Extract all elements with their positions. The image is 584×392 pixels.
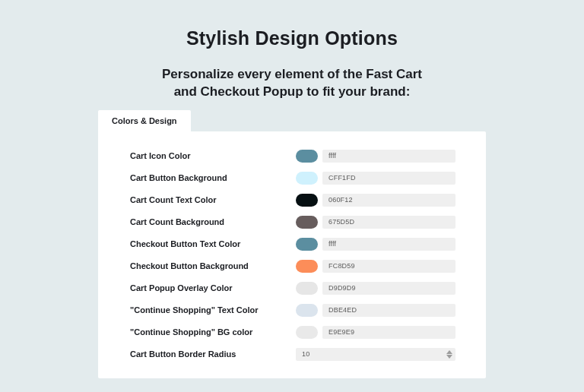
setting-label: Checkout Button Background [130,261,296,270]
setting-label: Cart Icon Color [130,151,296,160]
page-subtitle: Personalize every element of the Fast Ca… [162,66,422,101]
color-swatch[interactable] [296,304,318,317]
setting-label: Cart Count Background [130,217,296,226]
tab-colors-design[interactable]: Colors & Design [98,110,191,131]
setting-label: Cart Button Background [130,173,296,182]
setting-row: Cart Count Text Color 060F12 [130,194,471,207]
setting-row: Cart Icon Color ffff [130,150,471,163]
subtitle-line-1: Personalize every element of the Fast Ca… [162,67,422,81]
color-input[interactable]: D9D9D9 [322,282,455,295]
setting-row: Cart Button Border Radius 10 [130,348,471,361]
page-title: Stylish Design Options [186,27,398,49]
setting-label: "Continue Shopping" Text Color [130,305,296,315]
color-swatch[interactable] [296,172,318,185]
setting-row: Cart Count Background 675D5D [130,216,471,229]
number-input[interactable]: 10 [296,348,455,361]
color-input[interactable]: FC8D59 [322,260,455,273]
setting-label: Checkout Button Text Color [130,239,296,248]
setting-label: "Continue Shopping" BG color [130,327,296,337]
setting-row: "Continue Shopping" Text Color DBE4ED [130,304,471,317]
setting-row: Checkout Button Text Color ffff [130,238,471,251]
color-input[interactable]: ffff [322,238,455,251]
color-swatch[interactable] [296,150,318,163]
setting-row: "Continue Shopping" BG color E9E9E9 [130,326,471,339]
number-stepper[interactable] [446,350,452,359]
chevron-down-icon[interactable] [446,355,452,359]
setting-label: Cart Popup Overlay Color [130,283,296,292]
settings-panel: Cart Icon Color ffff Cart Button Backgro… [98,131,486,378]
settings-panel-area: Colors & Design Cart Icon Color ffff Car… [98,110,486,378]
color-input[interactable]: 675D5D [322,216,455,229]
color-swatch[interactable] [296,260,318,273]
setting-label: Cart Count Text Color [130,195,296,204]
setting-label: Cart Button Border Radius [130,349,296,359]
color-input[interactable]: DBE4ED [322,304,455,317]
number-value: 10 [302,350,309,358]
chevron-up-icon[interactable] [446,350,452,354]
subtitle-line-2: and Checkout Popup to fit your brand: [174,84,411,99]
color-swatch[interactable] [296,326,318,339]
setting-row: Cart Popup Overlay Color D9D9D9 [130,282,471,295]
color-swatch[interactable] [296,194,318,207]
setting-row: Cart Button Background CFF1FD [130,172,471,185]
color-input[interactable]: E9E9E9 [322,326,455,339]
color-swatch[interactable] [296,238,318,251]
color-input[interactable]: ffff [322,150,455,163]
setting-row: Checkout Button Background FC8D59 [130,260,471,273]
color-input[interactable]: 060F12 [322,194,455,207]
color-swatch[interactable] [296,216,318,229]
color-swatch[interactable] [296,282,318,295]
color-input[interactable]: CFF1FD [322,172,455,185]
